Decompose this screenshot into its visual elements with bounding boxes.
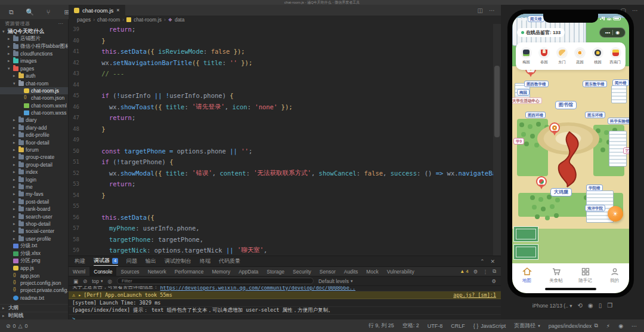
tree-item-png[interactable]: 分区.png: [0, 257, 68, 265]
git-branch-icon[interactable]: ⑂: [44, 8, 52, 16]
code-line[interactable]: 42 wx.setNavigationBarTitle({ title: '' …: [69, 57, 493, 69]
map-pin-food[interactable]: [536, 176, 547, 189]
tree-item-projectprivateconfigjs[interactable]: project.private.config.js..: [0, 287, 68, 294]
devtools-dock-icon[interactable]: ⧉: [493, 268, 496, 275]
code-line[interactable]: 57 myPhone: userInfo.phone,: [69, 223, 493, 234]
panel-tab-构建[interactable]: 构建: [75, 257, 85, 266]
code-line[interactable]: 45 if (!userInfo || !userInfo.phone) {: [69, 90, 493, 102]
project-root[interactable]: ▾ 涵Q今天吃什么: [0, 27, 68, 35]
code-line[interactable]: 47 return;: [69, 112, 493, 124]
language-mode[interactable]: { } JavaScript: [473, 323, 506, 329]
home-indicator[interactable]: [545, 288, 596, 290]
tree-item-user-profile[interactable]: ▸user-profile: [0, 235, 68, 242]
clear-console-icon[interactable]: ⊘: [83, 278, 87, 284]
tree-item-images[interactable]: ▸images: [0, 57, 68, 64]
tree-item-edit-profile[interactable]: ▸edit-profile: [0, 131, 68, 139]
tree-item-appjs[interactable]: app.js: [0, 265, 68, 272]
panel-tab-调试控制台[interactable]: 调试控制台: [165, 257, 191, 266]
phone-frame-icon[interactable]: ▯: [599, 302, 602, 309]
devtools-tab-vulnerability[interactable]: Vulnerability: [383, 267, 419, 276]
log-levels-selector[interactable]: Default levels▾: [318, 278, 353, 284]
code-line[interactable]: 46 wx.showToast({ title: '请先登录', icon: '…: [69, 102, 493, 113]
phone-tab-美食帖[interactable]: 美食帖: [541, 267, 571, 284]
tree-item-forum[interactable]: ▸forum: [0, 146, 68, 153]
page-path[interactable]: pages/index/index ⧉: [549, 322, 598, 329]
map-label[interactable]: 海洋学院: [585, 205, 605, 211]
eol-setting[interactable]: CRLF: [451, 323, 465, 329]
tree-item-xlsx[interactable]: 分级.xlsx: [0, 250, 68, 257]
tree-item-appjson[interactable]: app.json: [0, 272, 68, 279]
map-label[interactable]: 梅园: [517, 89, 530, 96]
code-line[interactable]: 56 this.setData({: [69, 212, 493, 223]
tree-item-floor-detail[interactable]: ▸floor-detail: [0, 139, 68, 146]
devtools-tab-appdata[interactable]: AppData: [234, 267, 262, 276]
devtools-tab-network[interactable]: Network: [144, 267, 171, 276]
tree-item-cloudfunctions[interactable]: ▸cloudfunctions: [0, 50, 68, 57]
close-panel-icon[interactable]: ✕: [490, 259, 495, 265]
tree-item-group-create[interactable]: ▸group-create: [0, 153, 68, 161]
console-filter-input[interactable]: [117, 278, 314, 284]
tab-chat-room-js[interactable]: chat-room.js ×: [69, 5, 125, 16]
device-selector[interactable]: iPhone 12/13 (.. ▾: [532, 303, 572, 309]
map-label[interactable]: 大学生活动中心: [512, 97, 542, 104]
map-label[interactable]: 图书馆: [555, 101, 577, 109]
code-line[interactable]: 54 }: [69, 190, 493, 201]
tree-item-auth[interactable]: ▸auth: [0, 72, 68, 79]
map-label[interactable]: 闻外楼: [612, 79, 629, 86]
code-line[interactable]: 50 const targetPhone = options.phone || …: [69, 146, 493, 157]
explorer-more-icon[interactable]: ⋯: [58, 21, 64, 26]
tree-item-chat-roomwxss[interactable]: chat-room.wxss: [0, 109, 68, 116]
code-line[interactable]: 52 wx.showModal({ title: '错误', content: …: [69, 168, 493, 179]
encoding[interactable]: UTF-8: [428, 323, 443, 329]
compile-icon[interactable]: ⚡: [606, 323, 610, 329]
eye-frame-icon[interactable]: ▣: [73, 278, 78, 284]
code-line[interactable]: 55: [69, 201, 493, 212]
tree-item-chat-roomjson[interactable]: chat-room.json: [0, 94, 68, 102]
code-line[interactable]: 51 if (!targetPhone) {: [69, 156, 493, 168]
tree-item-readmetxt[interactable]: readme.txt: [0, 294, 68, 302]
miniprogram-capsule[interactable]: ••• ◉: [599, 27, 626, 38]
editor-scrollbar[interactable]: [493, 24, 501, 256]
canteen-nav-蔬园[interactable]: 蔬园: [571, 47, 588, 65]
scrollbar-thumb[interactable]: [494, 66, 500, 137]
rotate-icon[interactable]: ⟲: [578, 302, 583, 309]
record-icon[interactable]: ◉: [588, 302, 593, 309]
indent-setting[interactable]: 空格: 2: [402, 322, 419, 330]
page-path-label[interactable]: 页面路径▾: [514, 322, 540, 330]
tree-item-chat-roomwxml[interactable]: chat-room.wxml: [0, 102, 68, 109]
map-label[interactable]: 学院楼: [586, 185, 603, 191]
devtools-tab-console[interactable]: Console: [89, 267, 116, 276]
tree-item-shop-detail[interactable]: ▸shop-detail: [0, 220, 68, 228]
tree-item-chat-room[interactable]: ▾chat-room: [0, 79, 68, 87]
context-selector[interactable]: top▾: [92, 278, 103, 284]
code-line[interactable]: 40 }: [69, 35, 493, 47]
devtools-tab-security[interactable]: Security: [289, 267, 315, 276]
code-line[interactable]: 44: [69, 79, 493, 91]
tree-item-search-user[interactable]: ▸search-user: [0, 213, 68, 220]
capsule-more-icon[interactable]: •••: [605, 30, 610, 35]
map-label[interactable]: 图东环楼: [585, 112, 605, 118]
map-label[interactable]: 大鸡腿: [550, 188, 572, 196]
breadcrumb[interactable]: pages› chat-room› chat-room.js› ❖ data: [69, 16, 501, 24]
panel-tab-终端[interactable]: 终端: [200, 257, 210, 266]
devtools-tab-mock[interactable]: Mock: [362, 267, 382, 276]
code-line[interactable]: 41 this.setData({ isReviewMode: false })…: [69, 46, 493, 57]
statusbar-more-icon[interactable]: ⋯: [631, 323, 637, 329]
devtools-tab-wxml[interactable]: Wxml: [69, 267, 89, 276]
floating-action-button[interactable]: ☀: [608, 206, 623, 222]
tree-item-[interactable]: ▸店铺图片: [0, 35, 68, 42]
console-settings-icon[interactable]: ⚙: [491, 278, 496, 284]
devtools-tab-memory[interactable]: Memory: [208, 267, 234, 276]
search-icon[interactable]: 🔍: [26, 8, 34, 16]
cursor-position[interactable]: 行 9, 列 25: [369, 322, 394, 330]
tree-item-diary[interactable]: ▸diary: [0, 116, 68, 124]
tree-item-me[interactable]: ▸me: [0, 183, 68, 190]
devtools-settings-icon[interactable]: ⚙: [473, 269, 478, 275]
phone-tab-随手记[interactable]: 随手记: [571, 267, 600, 284]
tree-item-projectconfigjson[interactable]: project.config.json: [0, 279, 68, 287]
code-line[interactable]: 48 }: [69, 124, 493, 135]
code-line[interactable]: 49: [69, 134, 493, 146]
devtools-tab-performance[interactable]: Performance: [171, 267, 208, 276]
map-label[interactable]: 科学实验楼: [608, 118, 629, 124]
panel-tab-问题[interactable]: 问题: [126, 257, 137, 266]
